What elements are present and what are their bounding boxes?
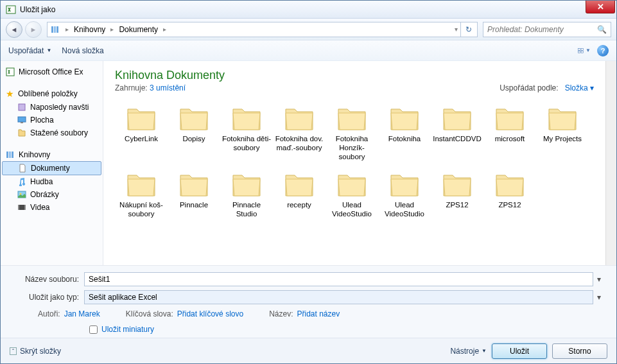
- breadcrumb-item[interactable]: Knihovny: [71, 24, 108, 35]
- folder-label: microsoft: [495, 135, 525, 144]
- svg-rect-8: [6, 68, 14, 76]
- folder-label: ZPS12: [498, 201, 521, 210]
- folder-label: ZPS12: [446, 201, 468, 210]
- folder-item[interactable]: Ulead VideoStudio: [378, 168, 431, 223]
- sidebar-item-documents[interactable]: Dokumenty: [2, 161, 101, 175]
- breadcrumb-item[interactable]: Dokumenty: [116, 24, 161, 35]
- svg-rect-13: [9, 152, 11, 158]
- dropdown-icon[interactable]: ▾: [593, 275, 605, 284]
- search-input[interactable]: [487, 25, 597, 34]
- filename-label: Název souboru:: [12, 275, 84, 284]
- title-value[interactable]: Přidat název: [297, 309, 340, 318]
- folder-label: Fotokniha: [388, 135, 421, 144]
- folder-item[interactable]: Nákupní koš-soubory: [115, 168, 168, 223]
- folder-icon: [441, 171, 473, 198]
- folder-label: Pinnacle: [180, 201, 208, 210]
- view-mode-button[interactable]: ▼: [578, 46, 591, 56]
- favorites-header[interactable]: ★ Oblíbené položky: [1, 87, 103, 101]
- folder-icon: [125, 105, 157, 132]
- save-thumbnails-label[interactable]: Uložit miniatury: [101, 325, 154, 334]
- save-button[interactable]: Uložit: [492, 343, 547, 359]
- svg-rect-2: [54, 26, 56, 33]
- folder-label: Pinnacle Studio: [222, 201, 272, 219]
- svg-rect-19: [24, 205, 26, 210]
- save-thumbnails-checkbox[interactable]: [89, 325, 98, 334]
- folder-icon: [546, 105, 578, 132]
- sidebar-item-music[interactable]: Hudba: [1, 175, 103, 188]
- keywords-label: Klíčová slova:: [126, 309, 173, 318]
- tools-button[interactable]: Nástroje ▼: [450, 347, 487, 356]
- folder-label: Ulead VideoStudio: [379, 201, 430, 219]
- folder-item[interactable]: Fotokniha děti-soubory: [220, 101, 273, 165]
- chevron-right-icon[interactable]: ▸: [163, 26, 166, 33]
- folder-item[interactable]: CyberLink: [115, 101, 168, 165]
- folder-icon: [494, 105, 526, 132]
- folder-item[interactable]: My Projects: [536, 101, 589, 165]
- back-button[interactable]: ◄: [6, 21, 22, 38]
- libraries-header[interactable]: Knihovny: [1, 148, 103, 161]
- svg-rect-1: [51, 26, 53, 33]
- dropdown-icon[interactable]: ▾: [593, 293, 605, 302]
- folder-item[interactable]: Dopisy: [168, 101, 220, 165]
- folder-item[interactable]: microsoft: [483, 101, 536, 165]
- scrollbar[interactable]: [605, 61, 616, 265]
- sidebar-item-recent[interactable]: Naposledy navšti: [1, 101, 103, 114]
- cancel-button[interactable]: Storno: [552, 343, 607, 359]
- breadcrumb[interactable]: ▸ Knihovny ▸ Dokumenty ▸ ▾ ↻: [47, 22, 478, 37]
- sidebar-item-desktop[interactable]: Plocha: [1, 114, 103, 126]
- folder-item[interactable]: ZPS12: [431, 168, 483, 223]
- folder-icon: [336, 171, 368, 198]
- desktop-icon: [17, 116, 26, 125]
- help-button[interactable]: ?: [597, 45, 609, 56]
- sidebar-item-pictures[interactable]: Obrázky: [1, 188, 103, 201]
- svg-rect-0: [6, 6, 15, 13]
- content-area: Knihovna Dokumenty Zahrnuje: 3 umístění …: [103, 61, 605, 265]
- locations-link[interactable]: 3 umístění: [150, 83, 186, 92]
- folder-label: Fotokniha Honzík-soubory: [327, 135, 377, 161]
- sidebar-item-videos[interactable]: Videa: [1, 201, 103, 214]
- recent-icon: [17, 103, 26, 112]
- folder-item[interactable]: Fotokniha Honzík-soubory: [326, 101, 378, 165]
- folder-icon: [388, 105, 421, 132]
- keywords-value[interactable]: Přidat klíčové slovo: [177, 309, 243, 318]
- video-icon: [17, 203, 26, 212]
- folder-item[interactable]: Fotokniha dov. maď.-soubory: [273, 101, 326, 165]
- authors-value[interactable]: Jan Marek: [64, 309, 100, 318]
- folder-item[interactable]: Pinnacle Studio: [220, 168, 273, 223]
- chevron-right-icon[interactable]: ▸: [65, 26, 69, 33]
- refresh-button[interactable]: ↻: [460, 22, 476, 37]
- filename-input[interactable]: [84, 272, 593, 286]
- svg-rect-5: [581, 48, 583, 50]
- music-icon: [17, 177, 26, 186]
- arrange-by: Uspořádat podle: Složka ▾: [500, 83, 594, 92]
- folder-item[interactable]: Fotokniha: [378, 101, 431, 165]
- folder-item[interactable]: ZPS12: [483, 168, 536, 223]
- svg-rect-10: [18, 117, 26, 122]
- search-icon[interactable]: 🔍: [597, 25, 607, 34]
- close-button[interactable]: ✕: [586, 1, 615, 13]
- folder-label: CyberLink: [125, 135, 158, 144]
- forward-button[interactable]: ►: [25, 21, 42, 38]
- library-title: Knihovna Dokumenty: [115, 69, 225, 82]
- bottom-panel: Název souboru: ▾ Uložit jako typ: ▾ Auto…: [1, 265, 616, 338]
- nav-bar: ◄ ► ▸ Knihovny ▸ Dokumenty ▸ ▾ ↻ 🔍: [1, 19, 616, 40]
- svg-rect-6: [578, 51, 580, 53]
- sidebar-top-item[interactable]: Microsoft Office Ex: [1, 65, 103, 79]
- dropdown-icon[interactable]: ▾: [455, 26, 458, 33]
- new-folder-button[interactable]: Nová složka: [62, 46, 103, 55]
- excel-icon: [6, 4, 16, 15]
- sidebar-item-downloads[interactable]: Stažené soubory: [1, 126, 103, 139]
- folder-item[interactable]: Pinnacle: [168, 168, 220, 223]
- folder-icon: [283, 171, 315, 198]
- folder-item[interactable]: Ulead VideoStudio: [326, 168, 378, 223]
- chevron-right-icon[interactable]: ▸: [110, 26, 114, 33]
- organize-button[interactable]: Uspořádat ▼: [8, 46, 51, 55]
- folder-item[interactable]: recepty: [273, 168, 326, 223]
- search-box[interactable]: 🔍: [483, 22, 611, 37]
- svg-rect-7: [581, 51, 583, 53]
- filetype-select[interactable]: [84, 290, 593, 304]
- arrange-by-link[interactable]: Složka ▾: [565, 83, 594, 92]
- hide-folders-button[interactable]: ˆ Skrýt složky: [10, 347, 61, 356]
- folder-item[interactable]: InstantCDDVD: [431, 101, 483, 165]
- folder-icon: [283, 105, 315, 132]
